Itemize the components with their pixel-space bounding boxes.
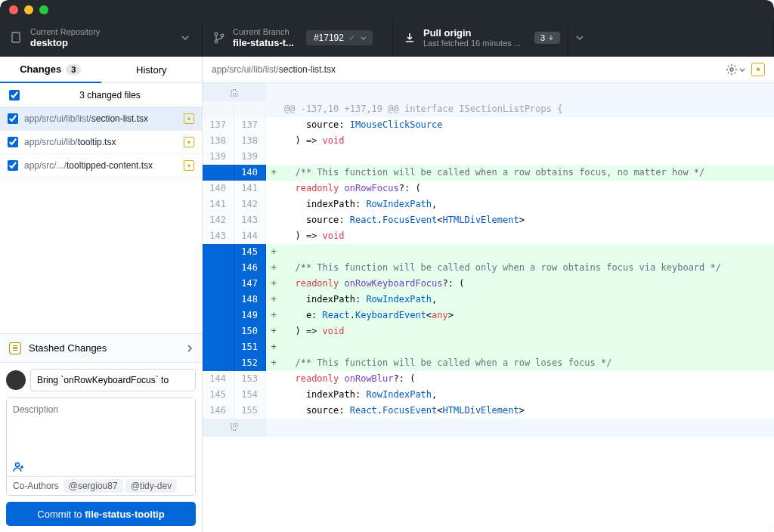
diff-line[interactable]: 146+ /** This function will be called on… [203, 260, 774, 276]
commit-summary-input[interactable] [30, 369, 196, 391]
diff-line[interactable]: 142143 source: React.FocusEvent<HTMLDivE… [203, 212, 774, 228]
diff-line[interactable]: 140141 readonly onRowFocus?: ( [203, 181, 774, 196]
file-list: app/src/ui/lib/list/section-list.tsx • a… [0, 107, 202, 178]
pr-status-pill[interactable]: #17192 ✓ [306, 30, 373, 45]
file-status-modified-icon: • [184, 137, 194, 147]
file-status-modified-icon: • [184, 160, 194, 171]
gear-icon [726, 63, 738, 76]
coauthor-pill[interactable]: @tidy-dev [125, 479, 177, 493]
file-checkbox[interactable] [8, 160, 18, 171]
check-icon: ✓ [348, 32, 356, 43]
add-coauthor-icon[interactable] [7, 457, 195, 476]
maximize-window-button[interactable] [39, 5, 48, 14]
file-status-modified-icon: • [184, 113, 194, 124]
stash-icon: ≣ [9, 342, 21, 354]
file-path: app/src/.../tooltipped-content.tsx [24, 160, 178, 171]
diff-line[interactable]: 138138 ) => void [203, 133, 774, 149]
toolbar: Current Repository desktop Current Branc… [0, 19, 774, 57]
diff-line[interactable]: 145+ [203, 244, 774, 260]
titlebar [0, 0, 774, 19]
diff-settings-button[interactable] [726, 63, 745, 76]
diff-line[interactable]: 147+ readonly onRowKeyboardFocus?: ( [203, 276, 774, 292]
diff-line[interactable]: 148+ indexPath: RowIndexPath, [203, 292, 774, 308]
changed-files-count: 3 changed files [27, 90, 193, 101]
select-all-checkbox[interactable] [9, 90, 20, 101]
diff-line[interactable]: 143144 ) => void [203, 228, 774, 244]
branch-label: Current Branch [233, 27, 294, 37]
diff-line[interactable]: 140+ /** This function will be called wh… [203, 165, 774, 181]
diff-content[interactable]: @@ -137,10 +137,19 @@ interface ISection… [203, 83, 774, 532]
minimize-window-button[interactable] [24, 5, 33, 14]
tab-changes[interactable]: Changes 3 [0, 57, 101, 83]
expand-hunk-down[interactable] [203, 419, 774, 437]
repository-selector[interactable]: Current Repository desktop [0, 19, 203, 57]
coauthors-label: Co-Authors [13, 481, 59, 491]
git-branch-icon [213, 32, 225, 44]
diff-line[interactable]: 151+ [203, 339, 774, 355]
changes-count-badge: 3 [66, 64, 81, 75]
svg-point-2 [215, 32, 218, 36]
file-row[interactable]: app/src/ui/lib/list/section-list.tsx • [0, 107, 202, 131]
file-row[interactable]: app/src/ui/lib/tooltip.tsx • [0, 131, 202, 154]
diff-line[interactable]: 137137 source: IMouseClickSource [203, 117, 774, 133]
pull-count-badge: 3 [534, 32, 560, 44]
coauthor-pill[interactable]: @sergiou87 [63, 479, 123, 493]
branch-value: file-status-t... [233, 37, 294, 49]
diff-line[interactable]: 144153 readonly onRowBlur?: ( [203, 371, 774, 387]
repo-value: desktop [30, 37, 100, 49]
diff-line[interactable]: 139139 [203, 149, 774, 165]
diff-header: app/src/ui/lib/list/section-list.tsx • [203, 57, 774, 83]
chevron-down-icon [179, 36, 191, 40]
hunk-header: @@ -137,10 +137,19 @@ interface ISection… [203, 101, 774, 117]
file-modified-status-icon: • [751, 63, 765, 76]
avatar [6, 370, 26, 390]
pull-options-dropdown[interactable] [568, 19, 590, 57]
file-checkbox[interactable] [8, 137, 18, 147]
svg-point-4 [221, 34, 224, 37]
expand-hunk-up[interactable] [203, 83, 774, 101]
download-icon [404, 32, 416, 44]
file-checkbox[interactable] [8, 113, 18, 124]
stashed-changes-row[interactable]: ≣ Stashed Changes [0, 333, 202, 362]
diff-line[interactable]: 141142 indexPath: RowIndexPath, [203, 196, 774, 212]
tab-history[interactable]: History [101, 57, 203, 82]
file-row[interactable]: app/src/.../tooltipped-content.tsx • [0, 154, 202, 178]
diff-line[interactable]: 149+ e: React.KeyboardEvent<any> [203, 308, 774, 323]
branch-selector[interactable]: Current Branch file-status-t... #17192 ✓ [203, 19, 393, 57]
pr-number: #17192 [314, 32, 344, 43]
repo-label: Current Repository [30, 27, 100, 37]
svg-point-5 [16, 463, 20, 467]
diff-line[interactable]: 150+ ) => void [203, 323, 774, 339]
svg-rect-0 [12, 32, 20, 42]
commit-button[interactable]: Commit to file-status-tooltip [6, 502, 196, 526]
close-window-button[interactable] [9, 5, 18, 14]
file-path: app/src/ui/lib/tooltip.tsx [24, 137, 178, 147]
pull-button[interactable]: Pull origin Last fetched 16 minutes ... … [393, 19, 774, 57]
pull-subtitle: Last fetched 16 minutes ... [423, 39, 521, 48]
chevron-right-icon [187, 344, 193, 353]
pull-label: Pull origin [423, 27, 521, 39]
repo-icon [11, 32, 23, 44]
diff-line[interactable]: 152+ /** This function will be called wh… [203, 355, 774, 371]
stashed-label: Stashed Changes [29, 342, 179, 354]
chevron-down-icon [739, 68, 745, 72]
commit-description-input[interactable] [7, 398, 195, 457]
svg-point-3 [215, 40, 218, 43]
svg-point-6 [730, 68, 733, 71]
diff-line[interactable]: 145154 indexPath: RowIndexPath, [203, 387, 774, 403]
sidebar: Changes 3 History 3 changed files app/sr… [0, 57, 203, 532]
diff-line[interactable]: 146155 source: React.FocusEvent<HTMLDivE… [203, 403, 774, 419]
diff-file-path: app/src/ui/lib/list/section-list.tsx [212, 64, 720, 75]
file-list-header: 3 changed files [0, 83, 202, 107]
diff-panel: app/src/ui/lib/list/section-list.tsx • @… [203, 57, 774, 532]
file-path: app/src/ui/lib/list/section-list.tsx [24, 113, 178, 124]
commit-form: Co-Authors @sergiou87 @tidy-dev Commit t… [0, 362, 202, 532]
